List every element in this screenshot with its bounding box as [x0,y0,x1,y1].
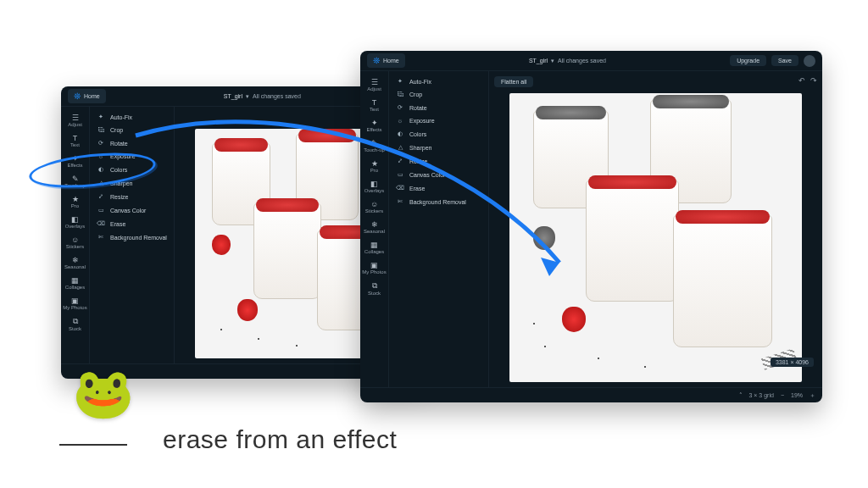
resize-icon: ⤢ [396,158,404,164]
sharpen-icon: △ [396,144,404,151]
save-status: All changes saved [558,58,606,64]
cat-stickers[interactable]: ☺Stickers [360,198,388,215]
cat-myphotos[interactable]: ▣My Photos [360,259,388,276]
cat-stock[interactable]: ⧉Stock [360,280,388,297]
file-name[interactable]: ST_girl [529,58,548,64]
zoom-value: 19% [791,392,803,398]
cat-text[interactable]: TText [360,97,388,114]
logo-icon: ❊ [74,92,81,101]
cat-adjust[interactable]: ☰Adjust [360,76,388,93]
adjust-icon: ☰ [371,78,378,86]
bottom-bar: ˄ 3 × 3 grid − 19% ＋ [360,387,822,402]
caption-rule [59,444,127,446]
cat-touchup[interactable]: ✎Touch-up [360,137,388,154]
zoom-in-icon[interactable]: ＋ [810,391,815,400]
category-rail: ☰Adjust TText ✦Effects ✎Touch-up ★Pro ◧O… [61,107,90,363]
upgrade-button[interactable]: Upgrade [730,55,766,66]
chevron-down-icon[interactable]: ▾ [551,58,554,64]
save-status: All changes saved [253,93,301,100]
home-button[interactable]: ❊ Home [367,53,405,68]
overlays-icon: ◧ [370,180,378,188]
stock-icon: ⧉ [73,317,78,326]
rotate-icon: ⟳ [396,104,404,111]
cat-stock[interactable]: ⧉Stock [61,315,89,333]
tool-resize[interactable]: ⤢Resize [90,190,174,203]
tool-rotate[interactable]: ⟳Rotate [90,136,174,150]
cat-stickers[interactable]: ☺Stickers [61,234,89,251]
erase-icon: ⌫ [97,220,105,227]
avatar[interactable] [804,55,815,67]
cat-pro[interactable]: ★Pro [61,193,89,210]
tool-bgremoval[interactable]: ✄Background Removal [90,230,174,244]
tool-rotate[interactable]: ⟳Rotate [389,101,488,114]
chevron-down-icon[interactable]: ▾ [246,93,249,100]
tool-canvascolor[interactable]: ▭Canvas Color [90,203,174,217]
canvas-area[interactable]: Flatten all ↶ ↷ [489,71,822,387]
photo-after[interactable] [509,93,802,382]
autofix-icon: ✦ [97,114,105,120]
cat-myphotos[interactable]: ▣My Photos [61,295,89,312]
erase-icon: ⌫ [396,185,404,191]
text-icon: T [73,134,78,142]
adjust-icon: ☰ [72,114,79,122]
autofix-icon: ✦ [396,78,404,85]
crop-icon: ⿻ [396,92,404,97]
cat-seasonal[interactable]: ❄Seasonal [360,219,388,236]
rotate-icon: ⟳ [97,140,105,147]
zoom-out-icon[interactable]: − [781,392,784,398]
home-button[interactable]: ❊ Home [68,89,106,103]
tool-erase[interactable]: ⌫Erase [90,217,174,230]
crop-icon: ⿻ [97,127,105,133]
tool-colors[interactable]: ◐Colors [389,127,488,141]
collapse-icon[interactable]: ˄ [739,392,743,399]
cat-overlays[interactable]: ◧Overlays [360,178,388,195]
stickers-icon: ☺ [370,200,378,208]
cat-text[interactable]: TText [61,132,89,149]
tool-crop[interactable]: ⿻Crop [389,88,488,101]
file-name[interactable]: ST_girl [224,93,242,100]
grid-label[interactable]: 3 × 3 grid [749,392,774,398]
tool-resize[interactable]: ⤢Resize [389,154,488,168]
pro-icon: ★ [371,159,378,168]
category-rail: ☰Adjust TText ✦Effects ✎Touch-up ★Pro ◧O… [360,71,389,387]
cat-pro[interactable]: ★Pro [360,158,388,175]
cat-seasonal[interactable]: ❄Seasonal [61,254,89,271]
flatten-button[interactable]: Flatten all [494,76,533,87]
tool-crop[interactable]: ⿻Crop [90,124,174,136]
collages-icon: ▦ [370,241,378,249]
seasonal-icon: ❄ [371,220,378,229]
tool-sharpen[interactable]: △Sharpen [389,141,488,154]
resize-icon: ⤢ [97,193,105,200]
myphotos-icon: ▣ [71,297,79,305]
canvascolor-icon: ▭ [97,207,105,214]
tool-list: ✦Auto-Fix ⿻Crop ⟳Rotate ☼Exposure ◐Color… [90,107,175,363]
undo-icon[interactable]: ↶ [798,76,805,85]
redo-icon[interactable]: ↷ [810,76,817,85]
tool-list: ✦Auto-Fix ⿻Crop ⟳Rotate ☼Exposure ◐Color… [389,71,489,387]
tool-bgremoval[interactable]: ✄Background Removal [389,195,488,208]
bgremoval-icon: ✄ [97,234,105,241]
overlays-icon: ◧ [71,215,79,224]
myphotos-icon: ▣ [370,261,378,269]
tool-canvascolor[interactable]: ▭Canvas Color [389,168,488,181]
pro-icon: ★ [72,195,79,203]
topbar-right: Upgrade Save [730,55,815,67]
tool-autofix[interactable]: ✦Auto-Fix [389,75,488,88]
cat-adjust[interactable]: ☰Adjust [61,112,89,129]
home-label: Home [383,58,399,64]
cat-overlays[interactable]: ◧Overlays [61,214,89,230]
save-button[interactable]: Save [771,55,798,66]
tool-erase[interactable]: ⌫Erase [389,181,488,195]
dimensions-tag: 3381 × 4096 [771,358,814,367]
cat-effects[interactable]: ✦Effects [360,117,388,134]
cat-collages[interactable]: ▦Collages [360,239,388,256]
stock-icon: ⧉ [372,281,377,291]
cat-collages[interactable]: ▦Collages [61,274,89,291]
canvascolor-icon: ▭ [396,171,404,178]
seasonal-icon: ❄ [72,256,79,264]
tool-exposure[interactable]: ☼Exposure [389,114,488,127]
editor-window-after: ❊ Home ST_girl ▾ All changes saved Upgra… [360,51,822,402]
tool-autofix[interactable]: ✦Auto-Fix [90,110,174,124]
colors-icon: ◐ [396,130,404,137]
file-title: ST_girl ▾ All changes saved [405,58,730,64]
